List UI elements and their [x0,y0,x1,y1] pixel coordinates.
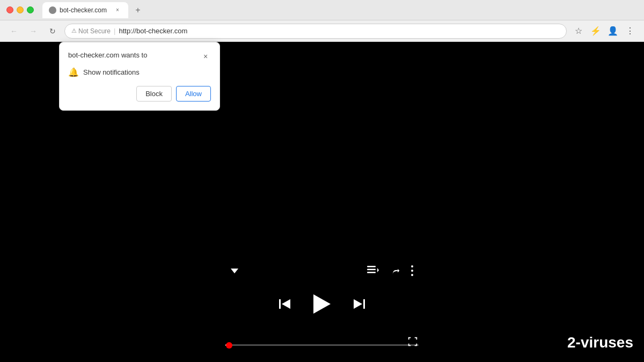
fullscreen-icon [407,336,419,347]
bell-icon: 🔔 [68,67,79,77]
popup-close-button[interactable]: × [200,51,211,62]
progress-bar[interactable] [225,344,419,346]
security-label: Not Secure [78,27,111,35]
tab-bar: bot-checker.com × + [42,2,638,18]
popup-buttons: Block Allow [68,86,211,102]
menu-button[interactable]: ⋮ [623,24,638,39]
svg-rect-2 [367,272,376,273]
watermark: 2-viruses [567,334,633,351]
more-icon [411,265,413,276]
next-icon [352,298,365,310]
next-button[interactable] [352,298,365,310]
notification-popup: bot-checker.com wants to × 🔔 Show notifi… [59,42,220,111]
title-bar: bot-checker.com × + [0,0,644,20]
share-button[interactable] [390,265,400,276]
svg-rect-0 [367,266,376,267]
profile-button[interactable]: 👤 [605,24,620,39]
play-button[interactable] [313,294,331,314]
popup-title: bot-checker.com wants to [68,51,147,59]
fullscreen-button[interactable] [407,336,419,350]
svg-marker-9 [313,294,331,314]
tab-title: bot-checker.com [60,6,110,14]
play-icon [313,294,331,314]
new-tab-button[interactable]: + [130,3,145,18]
player-top-controls [231,265,413,276]
svg-point-6 [411,274,413,276]
page-content: 2-viruses bot-checker.com wants to × 🔔 S… [0,42,644,362]
svg-point-5 [411,270,413,272]
chevron-down-icon [231,269,238,273]
permission-text: Show notifications [83,68,140,76]
progress-area[interactable] [225,344,419,346]
progress-thumb [226,342,232,349]
bookmark-button[interactable]: ☆ [571,24,586,39]
more-options-button[interactable] [411,265,413,276]
browser-actions: ☆ ⚡ 👤 ⋮ [571,24,638,39]
allow-button[interactable]: Allow [176,86,211,102]
extension-button[interactable]: ⚡ [588,24,603,39]
svg-point-4 [411,265,413,267]
url-bar[interactable]: ⚠ Not Secure | http://bot-checker.com [64,24,567,39]
url-text: http://bot-checker.com [119,27,187,35]
previous-icon [279,298,292,310]
security-icon: ⚠ Not Secure [71,27,111,35]
queue-icon [367,266,379,276]
svg-rect-1 [367,269,376,271]
browser-window: bot-checker.com × + ← → ↻ ⚠ Not Secure |… [0,0,644,362]
svg-rect-10 [363,299,365,309]
svg-rect-7 [279,299,281,309]
share-icon [390,265,400,276]
address-bar: ← → ↻ ⚠ Not Secure | http://bot-checker.… [0,20,644,42]
svg-marker-11 [354,299,362,309]
close-traffic-light[interactable] [6,6,13,13]
refresh-button[interactable]: ↻ [45,24,60,39]
svg-marker-8 [282,299,290,309]
minimize-traffic-light[interactable] [17,6,24,13]
player-main-controls [279,294,365,314]
maximize-traffic-light[interactable] [27,6,34,13]
back-button[interactable]: ← [6,24,21,39]
active-tab[interactable]: bot-checker.com × [42,2,128,18]
tab-favicon [49,6,56,14]
queue-button[interactable] [367,266,379,276]
chevron-down-button[interactable] [231,269,238,273]
popup-header: bot-checker.com wants to × [68,51,211,62]
previous-button[interactable] [279,298,292,310]
traffic-lights [6,6,34,13]
block-button[interactable]: Block [136,86,172,102]
popup-permission: 🔔 Show notifications [68,67,211,77]
url-separator: | [114,27,115,35]
svg-marker-3 [377,268,379,272]
tab-close-button[interactable]: × [113,6,122,15]
forward-button[interactable]: → [26,24,41,39]
